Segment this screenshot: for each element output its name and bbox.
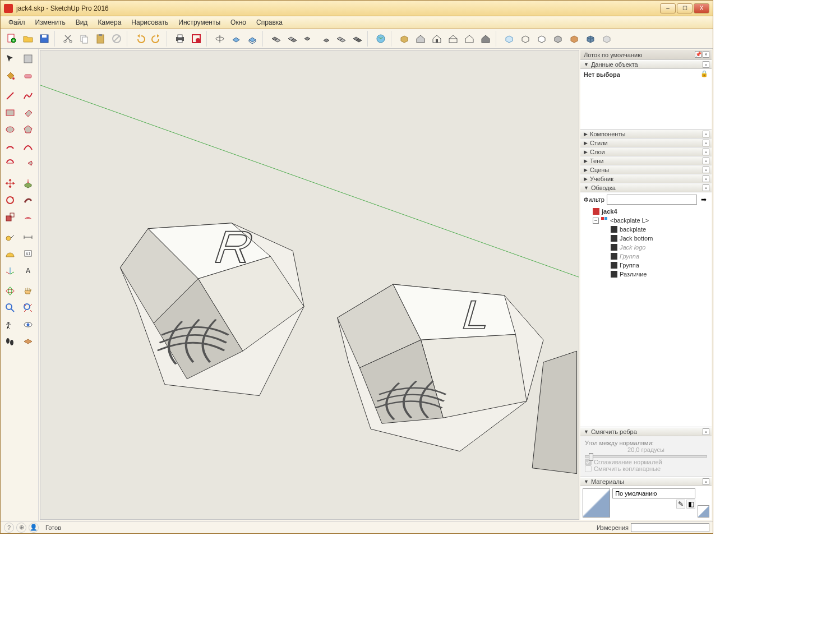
panel-layers-close-icon[interactable]: × — [703, 149, 709, 155]
panel-materials-close-icon[interactable]: × — [703, 478, 709, 485]
scale-tool-icon[interactable] — [2, 209, 19, 225]
arc-tool-icon[interactable] — [2, 138, 19, 154]
soften-slider[interactable] — [585, 455, 707, 458]
paste-icon[interactable] — [93, 31, 108, 47]
solid-outer-icon[interactable] — [349, 31, 365, 47]
solid-subtract-icon[interactable] — [301, 31, 316, 47]
solid-intersect-icon[interactable] — [284, 31, 300, 47]
house-3-icon[interactable] — [445, 31, 461, 47]
measurements-input[interactable] — [631, 523, 709, 532]
tree-item[interactable]: Jack logo — [584, 243, 708, 252]
panel-components-close-icon[interactable]: × — [703, 131, 709, 137]
house-4-icon[interactable] — [461, 31, 477, 47]
material-create-icon[interactable]: ✎ — [676, 500, 685, 509]
style-hidden-icon[interactable] — [534, 31, 550, 47]
solid-union-icon[interactable] — [268, 31, 284, 47]
new-file-icon[interactable]: + — [4, 31, 20, 47]
zoom-extents-icon[interactable] — [20, 300, 36, 316]
menu-window[interactable]: Окно — [226, 17, 251, 27]
user-icon[interactable]: 👤 — [29, 523, 39, 533]
dimension-tool-icon[interactable] — [20, 229, 36, 245]
pushpull-tool-icon[interactable] — [20, 176, 36, 191]
solid-split-icon[interactable] — [333, 31, 349, 47]
panel-shadows[interactable]: ▶Тени× — [580, 156, 712, 165]
make-component-icon[interactable] — [20, 51, 36, 67]
outliner-filter-input[interactable] — [607, 195, 697, 205]
panel-entity-close-icon[interactable]: × — [703, 61, 709, 68]
style-xray-icon[interactable] — [501, 31, 517, 47]
eraser-icon[interactable] — [20, 68, 36, 84]
redo-icon[interactable] — [149, 31, 164, 47]
material-preview[interactable] — [583, 488, 610, 518]
soften-coplanar-checkbox[interactable] — [585, 465, 592, 472]
followme-tool-icon[interactable] — [20, 192, 36, 208]
copy-icon[interactable] — [76, 31, 92, 47]
panel-components[interactable]: ▶Компоненты× — [580, 130, 712, 138]
tree-collapse-icon[interactable]: – — [593, 218, 599, 224]
panel-soften[interactable]: ▼Смягчить ребра× — [580, 427, 712, 436]
paint-bucket-icon[interactable] — [2, 68, 19, 84]
style-shaded-tex-icon[interactable] — [566, 31, 582, 47]
minimize-button[interactable]: – — [660, 3, 676, 13]
rotate-tool-icon[interactable] — [2, 192, 19, 208]
panel-styles-close-icon[interactable]: × — [703, 140, 709, 146]
3dtext-tool-icon[interactable]: A — [20, 263, 36, 279]
style-mono-icon[interactable] — [583, 31, 598, 47]
cut-icon[interactable] — [60, 31, 76, 47]
save-icon[interactable] — [36, 31, 52, 47]
pie-tool-icon[interactable] — [20, 155, 36, 171]
component-icon[interactable] — [396, 31, 412, 47]
menu-help[interactable]: Справка — [252, 17, 287, 27]
front-view-icon[interactable] — [244, 31, 260, 47]
menu-camera[interactable]: Камера — [93, 17, 126, 27]
menu-draw[interactable]: Нарисовать — [127, 17, 173, 27]
help-icon[interactable]: ? — [4, 523, 14, 533]
panel-entity-info[interactable]: ▼Данные объекта× — [580, 60, 712, 69]
section-tool-icon[interactable] — [20, 334, 36, 349]
material-default-swatch[interactable] — [698, 505, 709, 518]
panel-scenes[interactable]: ▶Сцены× — [580, 165, 712, 174]
print-icon[interactable] — [172, 31, 188, 47]
close-button[interactable]: X — [694, 3, 709, 13]
panel-materials[interactable]: ▼Материалы× — [580, 477, 712, 486]
material-sample-icon[interactable]: ◧ — [686, 500, 695, 509]
panel-layers[interactable]: ▶Слои× — [580, 147, 712, 156]
panel-scenes-close-icon[interactable]: × — [703, 167, 709, 173]
rotated-rect-icon[interactable] — [20, 105, 36, 121]
iso-icon[interactable] — [212, 31, 228, 47]
move-tool-icon[interactable] — [2, 176, 19, 191]
panel-styles[interactable]: ▶Стили× — [580, 138, 712, 147]
position-camera-icon[interactable] — [2, 317, 19, 333]
axes-tool-icon[interactable] — [2, 263, 19, 279]
style-shaded-icon[interactable] — [550, 31, 566, 47]
model-info-icon[interactable] — [188, 31, 204, 47]
undo-icon[interactable] — [132, 31, 148, 47]
menu-view[interactable]: Вид — [71, 17, 93, 27]
geo-icon[interactable]: ⊕ — [16, 523, 26, 533]
house-2-icon[interactable] — [429, 31, 445, 47]
text-tool-icon[interactable]: A1 — [20, 246, 36, 262]
maximize-button[interactable]: ☐ — [677, 3, 693, 13]
offset-tool-icon[interactable] — [20, 209, 36, 225]
open-file-icon[interactable] — [20, 31, 36, 47]
erase-icon[interactable] — [109, 31, 124, 47]
tray-close-icon[interactable]: × — [703, 51, 709, 58]
orbit-tool-icon[interactable] — [2, 283, 19, 299]
panel-instructor[interactable]: ▶Учебник× — [580, 174, 712, 183]
tree-item[interactable]: backplate — [584, 225, 708, 234]
tray-pin-icon[interactable]: 📌 — [695, 51, 701, 58]
menu-edit[interactable]: Изменить — [31, 17, 70, 27]
panel-outliner[interactable]: ▼Обводка× — [580, 183, 712, 192]
lock-icon[interactable]: 🔒 — [700, 70, 708, 77]
walk-tool-icon[interactable] — [2, 334, 19, 349]
look-tool-icon[interactable] — [20, 317, 36, 333]
solid-trim-icon[interactable] — [317, 31, 333, 47]
outliner-details-icon[interactable]: ➡ — [699, 195, 708, 204]
house-1-icon[interactable] — [413, 31, 428, 47]
menu-tools[interactable]: Инструменты — [174, 17, 225, 27]
house-5-icon[interactable] — [478, 31, 493, 47]
panel-shadows-close-icon[interactable]: × — [703, 158, 709, 164]
rectangle-tool-icon[interactable] — [2, 105, 19, 121]
circle-tool-icon[interactable] — [2, 122, 19, 137]
material-name-input[interactable] — [612, 488, 695, 498]
